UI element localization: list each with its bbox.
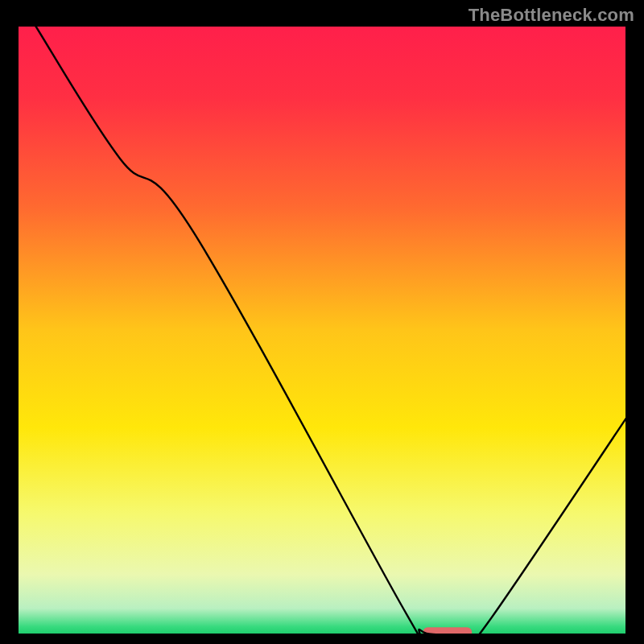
chart-frame [16,24,628,636]
gradient-background [16,24,628,636]
watermark-text: TheBottleneck.com [469,5,634,26]
bottleneck-chart [16,24,628,636]
